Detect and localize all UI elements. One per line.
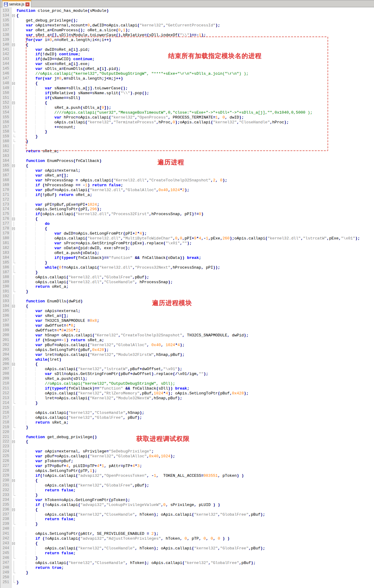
line-number: 242 <box>0 536 11 541</box>
fold-end-icon <box>11 493 16 498</box>
fold-collapse-icon[interactable] <box>11 226 16 231</box>
fold-line <box>11 546 16 551</box>
code-text: oApis.callapi("kernel32","lstrcatW",pBuf… <box>16 367 374 372</box>
code-editor: 133function close_proc_has_module(sModul… <box>0 7 374 588</box>
code-line: 170 var pBuf=oApis.callapi("kernel32.dll… <box>0 188 374 193</box>
code-line: 183 oRet_a.push(oData); <box>0 251 374 256</box>
line-number: 216 <box>0 411 11 415</box>
code-line: 199 dwOffset=4*8+256*2; <box>0 328 374 333</box>
fold-collapse-icon[interactable] <box>11 217 16 222</box>
code-line: 221 function get_debug_privilege() <box>0 435 374 440</box>
fold-line <box>11 173 16 178</box>
line-number: 240 <box>0 527 11 531</box>
line-number: 185 <box>0 260 11 265</box>
fold-line <box>11 38 16 43</box>
code-text: var oRet_a=[]; <box>16 173 374 178</box>
fold-line <box>11 246 16 251</box>
line-number: 137 <box>0 28 11 33</box>
code-line: 230 { <box>0 478 374 483</box>
fold-collapse-icon[interactable] <box>11 81 16 86</box>
line-number: 195 <box>0 309 11 314</box>
line-number: 251 <box>0 580 11 585</box>
code-text: var dwID=oRet_a[i].pid; <box>16 47 374 52</box>
fold-line <box>11 33 16 38</box>
fold-collapse-icon[interactable] <box>11 43 16 47</box>
fold-line <box>11 105 16 110</box>
code-line: 223 <box>0 444 374 449</box>
fold-line <box>11 483 16 488</box>
code-line: 241 oApis.SetLongToPtr(pAttr, SE_PRIVILE… <box>0 531 374 536</box>
code-text: var sRet_a=[]; <box>16 314 374 318</box>
line-number: 164 <box>0 159 11 163</box>
line-number: 202 <box>0 343 11 348</box>
fold-collapse-icon[interactable] <box>11 478 16 483</box>
code-line: 226 var pToken=pBuf; <box>0 459 374 464</box>
fold-collapse-icon[interactable] <box>11 13 16 18</box>
line-number: 226 <box>0 459 11 464</box>
code-line: 206 { <box>0 362 374 367</box>
line-number: 248 <box>0 566 11 570</box>
fold-collapse-icon[interactable] <box>11 362 16 367</box>
code-line: 173 var pPI=pBuf,pExe=pPI+1024; <box>0 202 374 207</box>
code-text: function EnumDlls(dwPid) <box>16 299 374 304</box>
fold-collapse-icon[interactable] <box>11 439 16 444</box>
line-number: 196 <box>0 314 11 318</box>
line-number: 179 <box>0 231 11 236</box>
code-text: return oRet_a; <box>16 284 374 289</box>
line-number: 147 <box>0 76 11 81</box>
fold-line <box>11 231 16 236</box>
fold-collapse-icon[interactable] <box>11 163 16 168</box>
fold-line <box>11 86 16 91</box>
fold-line <box>11 561 16 566</box>
line-number: 157 <box>0 125 11 130</box>
line-number: 159 <box>0 134 11 139</box>
fold-collapse-icon[interactable] <box>11 304 16 309</box>
code-text: if(sName==sDll) <box>16 96 374 101</box>
fold-end-icon <box>11 260 16 265</box>
code-text: oApis.callapi("kernel32.dll","CloseHandl… <box>16 280 374 285</box>
fold-collapse-icon[interactable] <box>11 541 16 546</box>
code-text: if (!oApis.callapi("advapi32","LookupPri… <box>16 503 374 507</box>
code-text: } <box>16 270 374 275</box>
close-icon[interactable]: ✕ <box>25 2 29 6</box>
line-number: 177 <box>0 222 11 226</box>
code-text: lret=oApis.callapi("Kernel32","Module32N… <box>16 396 374 401</box>
line-number: 219 <box>0 425 11 430</box>
code-text: oApis.callapi("kernel32.dll","GlobalFree… <box>16 275 374 280</box>
fold-collapse-icon[interactable] <box>11 507 16 512</box>
code-line: 139 for(var i=0,n=oRet_a.length;i<n;i++) <box>0 38 374 43</box>
code-line: 176 { <box>0 217 374 222</box>
fold-end-icon <box>11 289 16 294</box>
code-line: 140 { <box>0 43 374 47</box>
code-text: { <box>16 217 374 222</box>
code-text: //oApis.callapi("kernel32","OutputDebugS… <box>16 71 374 76</box>
code-text <box>16 444 374 449</box>
fold-line <box>11 309 16 314</box>
code-line: 135 get_debug_privilege(); <box>0 18 374 23</box>
fold-collapse-icon[interactable] <box>11 101 16 105</box>
line-number: 246 <box>0 556 11 561</box>
line-number: 243 <box>0 541 11 546</box>
code-text: var lret=oApis.callapi("Kernel32","Modul… <box>16 352 374 357</box>
line-number: 193 <box>0 299 11 304</box>
line-number: 167 <box>0 173 11 178</box>
fold-line <box>11 251 16 256</box>
code-line: 134{ <box>0 13 374 18</box>
code-text: ////oApis.callapi("user32","MessageBoxTi… <box>16 110 374 115</box>
line-number: 203 <box>0 348 11 352</box>
fold-line <box>11 517 16 522</box>
code-line: 158 } <box>0 129 374 134</box>
code-line: 249 } <box>0 570 374 575</box>
fold-line <box>11 275 16 280</box>
code-text <box>16 575 374 580</box>
code-text: return false; <box>16 488 374 493</box>
line-number: 201 <box>0 338 11 343</box>
code-text: { <box>16 362 374 367</box>
code-text: var dwOffset=4*8; <box>16 323 374 328</box>
line-number: 158 <box>0 129 11 134</box>
tab-service-js[interactable]: service.js ✕ <box>2 0 31 7</box>
code-text: var hToken=oApis.GetLongFromPtr(pToken); <box>16 498 374 503</box>
fold-line <box>11 348 16 352</box>
fold-line <box>11 367 16 372</box>
code-line: 190 return oRet_a; <box>0 284 374 289</box>
